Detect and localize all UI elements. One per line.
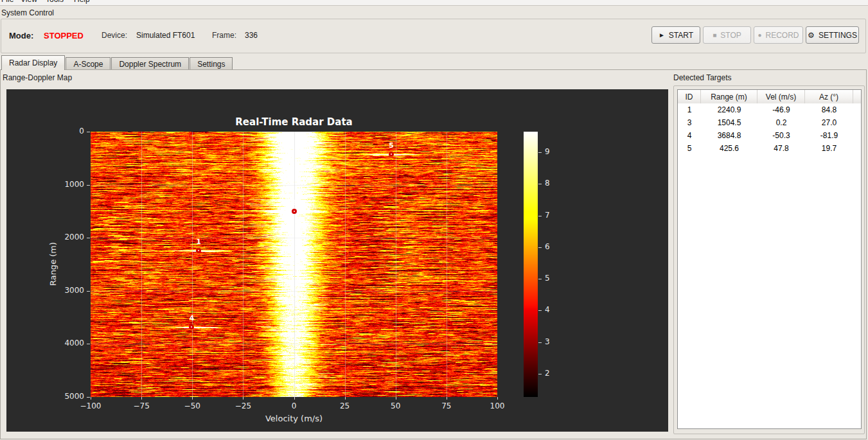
x-tick-label: −100: [75, 401, 107, 410]
target-row[interactable]: 12240.9-46.984.8: [678, 103, 861, 116]
colorbar-tick: [538, 310, 542, 311]
target-cell: -46.9: [757, 103, 805, 116]
tab-doppler-spectrum[interactable]: Doppler Spectrum: [111, 57, 189, 70]
target-cell: 3: [678, 116, 701, 129]
target-cell: 3684.8: [701, 129, 757, 142]
tab-bar: Radar Display A-Scope Doppler Spectrum S…: [1, 55, 233, 70]
colorbar-tick: [538, 342, 542, 343]
target-cell: 27.0: [805, 116, 853, 129]
y-tick-label: 3000: [7, 286, 84, 295]
column-header-0[interactable]: ID: [678, 90, 701, 103]
y-axis-label: Range (m): [48, 242, 58, 286]
target-row[interactable]: 5425.647.819.7: [678, 142, 861, 155]
x-tick: [243, 397, 244, 400]
colorbar: [524, 132, 538, 397]
tab-a-scope[interactable]: A-Scope: [66, 57, 111, 70]
colorbar-tick: [538, 152, 542, 153]
tab-settings[interactable]: Settings: [190, 57, 233, 70]
start-button-label: START: [669, 31, 693, 40]
detected-targets-list: IDRange (m)Vel (m/s)Az (°) 12240.9-46.98…: [677, 89, 862, 429]
detected-targets-header: IDRange (m)Vel (m/s)Az (°): [678, 90, 861, 103]
frame-label: Frame:: [212, 31, 236, 40]
y-tick: [87, 291, 90, 292]
x-tick-label: −75: [125, 401, 157, 410]
tab-radar-display[interactable]: Radar Display: [1, 55, 65, 70]
y-tick: [87, 344, 90, 344]
record-button[interactable]: ● RECORD: [754, 26, 803, 44]
column-header-3[interactable]: Az (°): [805, 90, 853, 103]
target-cell: 2240.9: [701, 103, 757, 116]
gear-icon: ⚙: [808, 31, 815, 39]
colorbar-tick: [538, 184, 542, 184]
settings-button-label: SETTINGS: [819, 31, 857, 40]
plot-title: Real-Time Radar Data: [91, 116, 497, 128]
menu-bar: File View Tools Help: [0, 0, 868, 6]
y-tick-label: 0: [7, 127, 84, 136]
mode-value: STOPPED: [44, 31, 84, 40]
x-tick: [192, 397, 193, 400]
settings-button[interactable]: ⚙ SETTINGS: [806, 26, 859, 44]
target-marker-label: 3: [292, 198, 297, 207]
colorbar-tick-label: 2: [545, 369, 550, 378]
x-tick: [345, 397, 346, 400]
x-tick: [396, 397, 396, 400]
device-value: Simulated FT601: [136, 31, 195, 40]
target-marker: [292, 209, 297, 214]
target-row[interactable]: 31504.50.227.0: [678, 116, 861, 129]
stop-button[interactable]: ■ STOP: [703, 26, 751, 44]
x-tick: [91, 397, 91, 400]
radar-app-window: File View Tools Help System Control Mode…: [0, 0, 868, 440]
target-cell: 1: [678, 103, 701, 116]
target-row[interactable]: 43684.8-50.3-81.9: [678, 129, 861, 142]
y-tick: [87, 185, 90, 186]
detected-targets-body: 12240.9-46.984.831504.50.227.043684.8-50…: [678, 103, 861, 155]
play-icon: ►: [659, 32, 665, 39]
menu-help[interactable]: Help: [74, 0, 90, 4]
stop-button-label: STOP: [720, 31, 741, 40]
colorbar-tick: [538, 216, 542, 216]
x-tick: [497, 397, 498, 400]
target-cell: 84.8: [805, 103, 853, 116]
x-tick-label: 50: [380, 401, 412, 410]
target-cell: -50.3: [757, 129, 805, 142]
target-cell: -81.9: [805, 129, 853, 142]
x-axis-label: Velocity (m/s): [91, 414, 497, 423]
menu-tools[interactable]: Tools: [46, 0, 64, 4]
y-tick-label: 2000: [7, 233, 84, 242]
target-cell: 19.7: [805, 142, 853, 155]
menu-file[interactable]: File: [1, 0, 13, 4]
y-tick-label: 1000: [7, 180, 84, 189]
detected-targets-group-label: Detected Targets: [673, 73, 732, 82]
x-tick-label: −50: [176, 401, 208, 410]
x-tick-label: 25: [329, 401, 361, 410]
target-cell: 425.6: [701, 142, 757, 155]
colorbar-tick: [538, 279, 542, 279]
colorbar-tick: [538, 374, 542, 374]
target-marker-label: 5: [389, 141, 394, 150]
target-cell: 47.8: [757, 142, 805, 155]
y-tick-label: 5000: [7, 392, 84, 401]
target-marker: [189, 324, 194, 330]
y-tick: [87, 397, 90, 398]
system-control-group-label: System Control: [1, 8, 54, 17]
menu-view[interactable]: View: [21, 0, 37, 4]
y-tick: [87, 238, 90, 238]
x-tick-label: 0: [278, 401, 310, 410]
target-cell: 1504.5: [701, 116, 757, 129]
colorbar-tick-label: 4: [545, 305, 550, 314]
colorbar-tick-label: 3: [545, 337, 550, 346]
frame-value: 336: [245, 31, 258, 40]
start-button[interactable]: ► START: [651, 26, 700, 44]
x-tick: [294, 397, 295, 400]
x-tick-label: −25: [227, 401, 259, 410]
column-header-1[interactable]: Range (m): [701, 90, 757, 103]
colorbar-tick-label: 9: [545, 147, 550, 156]
target-marker-label: 4: [189, 314, 194, 322]
column-header-2[interactable]: Vel (m/s): [757, 90, 805, 103]
stop-icon: ■: [713, 32, 716, 39]
device-label: Device:: [102, 31, 127, 40]
target-marker: [389, 152, 394, 157]
mode-label: Mode:: [9, 31, 33, 40]
heatmap-canvas: [91, 132, 497, 397]
target-cell: 0.2: [757, 116, 805, 129]
